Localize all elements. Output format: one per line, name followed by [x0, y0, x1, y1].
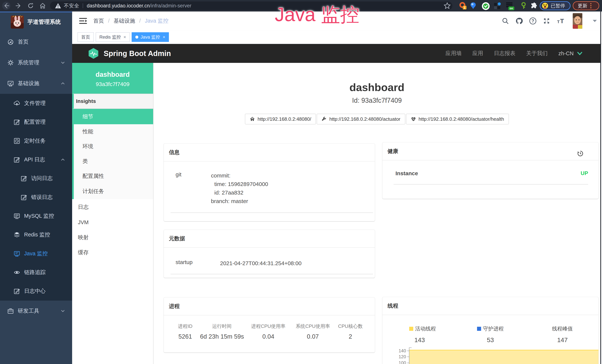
- sidebar-item-config-management[interactable]: 配置管理: [0, 113, 72, 131]
- sba-menu-about[interactable]: 关于我们: [526, 50, 548, 57]
- sba-side-item-logs[interactable]: 日志: [72, 199, 153, 215]
- bookmark-star-button[interactable]: [443, 2, 451, 10]
- sba-menu-applications[interactable]: 应用: [473, 50, 483, 57]
- breadcrumb-infrastructure[interactable]: 基础设施: [114, 17, 135, 25]
- chevron-up-icon: [60, 157, 65, 162]
- address-bar[interactable]: 不安全 dashboard.yudao.iocoder.cn/infra/adm…: [50, 1, 452, 10]
- close-icon[interactable]: ×: [123, 34, 126, 40]
- extensions-puzzle-icon[interactable]: [529, 2, 537, 10]
- sidebar-item-java-monitor[interactable]: Java 监控: [0, 244, 72, 263]
- sba-menu-journal[interactable]: 日志报表: [494, 50, 516, 57]
- shocked-emoji-icon: [542, 2, 548, 9]
- briefcase-icon: [7, 308, 14, 314]
- cpu-cores: 2: [333, 333, 368, 340]
- sba-side-item-caches[interactable]: 缓存: [72, 245, 153, 260]
- sidebar-item-dev-tools[interactable]: 研发工具: [0, 300, 72, 321]
- tags-view-bar: 首页 Redis 监控 × Java 监控 ×: [72, 30, 602, 44]
- sidebar-item-log-center[interactable]: 日志中心: [0, 282, 72, 300]
- dashboard-icon: [7, 39, 14, 45]
- sidebar-item-system[interactable]: 系统管理: [0, 52, 72, 73]
- extension-orange-ring-icon[interactable]: 1: [459, 2, 466, 10]
- sidebar-item-scheduled-tasks[interactable]: 定时任务: [0, 131, 72, 150]
- health-url-button[interactable]: http://192.168.0.2:48080/actuator/health: [406, 114, 509, 124]
- system-cpu: 0.07: [293, 333, 333, 340]
- history-icon[interactable]: [577, 150, 584, 157]
- extension-blue-pin-icon[interactable]: [469, 2, 477, 10]
- health-instance-row[interactable]: Instance UP: [394, 170, 588, 184]
- sba-side-item-jvm[interactable]: JVM: [72, 215, 153, 230]
- sba-instance-header[interactable]: dashboard 93a3fc7f7409: [72, 63, 153, 94]
- y-tick-140: 140: [390, 348, 406, 353]
- y-tick-100: 100: [390, 360, 406, 364]
- chevron-up-icon: [60, 81, 65, 86]
- forward-arrow-icon: [15, 2, 22, 9]
- chevron-down-icon: [577, 51, 582, 55]
- sba-side-item-environment[interactable]: 环境: [72, 139, 153, 154]
- svg-text:T: T: [560, 17, 564, 24]
- sidebar-item-redis-monitor[interactable]: Redis 监控: [0, 225, 72, 244]
- extension-green-key-icon[interactable]: [520, 2, 527, 10]
- browser-menu-dots-icon[interactable]: [590, 3, 591, 8]
- tag-home[interactable]: 首页: [77, 32, 94, 42]
- search-icon[interactable]: [502, 17, 509, 25]
- info-card-title: 信息: [169, 149, 180, 156]
- app-sidebar: 芋道管理系统 首页 系统管理 基础设施 文件管理 配置管理 定时任务: [0, 11, 72, 364]
- sidebar-item-tracing[interactable]: 链路追踪: [0, 263, 72, 282]
- security-label[interactable]: 不安全: [64, 2, 79, 9]
- browser-back-button[interactable]: [2, 2, 10, 10]
- instance-url-button[interactable]: http://192.168.0.2:48080/: [245, 114, 316, 124]
- sidebar-item-access-logs[interactable]: 访问日志: [0, 169, 72, 188]
- not-secure-warning-icon: [55, 3, 61, 9]
- edit-icon: [14, 119, 20, 125]
- extension-list-on-icon[interactable]: on: [505, 2, 516, 10]
- sba-side-item-config-props[interactable]: 配置属性: [72, 169, 153, 183]
- github-icon[interactable]: [515, 17, 523, 25]
- sidebar-item-mysql-monitor[interactable]: MySQL 监控: [0, 207, 72, 225]
- svg-text:1: 1: [464, 6, 465, 9]
- extension-green-circle-icon[interactable]: [482, 2, 489, 10]
- browser-update-button[interactable]: 更新: [573, 1, 599, 10]
- sidebar-item-api-logs[interactable]: API 日志: [0, 150, 72, 169]
- browser-reload-button[interactable]: [27, 2, 35, 10]
- sba-side-item-metrics[interactable]: 性能: [72, 124, 153, 139]
- actuator-url-button[interactable]: http://192.168.0.2:48080/actuator: [317, 114, 405, 124]
- timer-icon: [14, 138, 20, 144]
- breadcrumb-home[interactable]: 首页: [93, 17, 104, 25]
- process-card: 进程 进程ID 运行时间 进程CPU使用率 系统CPU使用率 CPU核心数 52…: [164, 298, 375, 353]
- metadata-card-title: 元数据: [169, 235, 185, 242]
- caret-down-icon[interactable]: [592, 19, 597, 23]
- threads-card: 线程 活动线程 守护进程 线程峰值 143 53 147 140 120 100: [382, 297, 599, 364]
- user-avatar[interactable]: [573, 13, 582, 29]
- browser-forward-button[interactable]: [14, 2, 23, 10]
- help-icon[interactable]: ?: [529, 17, 537, 25]
- sidebar-item-file-management[interactable]: 文件管理: [0, 94, 72, 113]
- tag-java-monitor[interactable]: Java 监控 ×: [132, 32, 169, 42]
- svg-text:?: ?: [532, 18, 534, 23]
- font-size-icon[interactable]: TT: [556, 17, 564, 25]
- sba-side-item-scheduled[interactable]: 计划任务: [72, 183, 153, 199]
- sba-side-item-classes[interactable]: 类: [72, 154, 153, 169]
- tag-redis-monitor[interactable]: Redis 监控 ×: [96, 32, 130, 42]
- update-label: 更新: [578, 3, 587, 9]
- metadata-card: 元数据 startup 2021-04-27T00:44:31.254+08:0…: [164, 230, 375, 278]
- document-edit-icon: [14, 157, 20, 163]
- browser-home-button[interactable]: [39, 2, 47, 10]
- profile-paused-chip[interactable]: 已暂停: [540, 1, 570, 10]
- sidebar-item-error-logs[interactable]: 错误日志: [0, 188, 72, 207]
- extension-grid-icon[interactable]: [494, 2, 501, 10]
- hamburger-menu-icon[interactable]: [79, 18, 87, 24]
- window-right-edge: [600, 11, 601, 364]
- sba-side-item-details[interactable]: 细节: [72, 109, 153, 124]
- fullscreen-icon[interactable]: [543, 17, 550, 25]
- sba-locale-select[interactable]: zh-CN: [559, 50, 582, 57]
- health-card: 健康 Instance UP: [382, 142, 599, 199]
- live-threads-value: 143: [382, 336, 454, 344]
- sidebar-item-infrastructure[interactable]: 基础设施: [0, 73, 72, 94]
- threads-card-title: 线程: [387, 302, 398, 310]
- page-url[interactable]: dashboard.yudao.iocoder.cn/infra/admin-s…: [87, 3, 191, 9]
- close-icon[interactable]: ×: [163, 34, 165, 40]
- sba-menu-wallboard[interactable]: 应用墙: [446, 50, 462, 57]
- process-table-values: 5261 6d 23h 15m 59s 0.04 0.07 2: [170, 333, 368, 340]
- sba-side-item-mappings[interactable]: 映射: [72, 230, 153, 245]
- sidebar-item-home[interactable]: 首页: [0, 32, 72, 52]
